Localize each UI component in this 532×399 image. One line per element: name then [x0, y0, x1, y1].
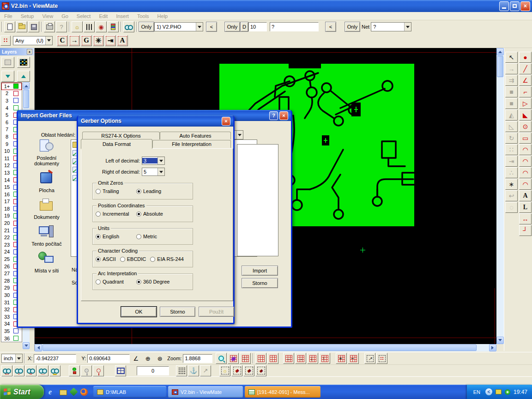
select-flash-button[interactable]: ☼ [219, 365, 230, 376]
radio-option-absolute[interactable]: Absolute [136, 211, 177, 217]
angle-readout-button[interactable]: ∠ [130, 353, 141, 364]
radio-icon[interactable] [150, 257, 155, 262]
flash-view-button[interactable]: ☼ [72, 21, 83, 32]
select-trace-button[interactable]: ◆ [243, 365, 254, 376]
pan-left-button[interactable]: ← [283, 353, 294, 364]
draw-arc-sweep-tool[interactable]: ◠ [519, 167, 532, 178]
layers-scroll-up-button[interactable] [23, 82, 30, 89]
start-button[interactable]: Start [0, 385, 44, 399]
draw-corner-tool[interactable]: ⌐ [519, 86, 532, 97]
select-cursor-tool[interactable]: ↖ [505, 52, 518, 63]
redraw-view-button[interactable] [255, 353, 266, 364]
layer-table-button[interactable] [17, 57, 30, 68]
minimize-button[interactable] [499, 1, 509, 11]
radio-icon[interactable] [136, 189, 141, 194]
layer-color-swatch[interactable] [13, 91, 18, 96]
x-coordinate-field[interactable]: -0.942237 [34, 354, 76, 363]
canvas-scroll-down-button[interactable] [496, 337, 504, 344]
snap-grid-button[interactable] [176, 365, 187, 376]
left-of-decimal-combo[interactable]: 3 [142, 157, 165, 165]
layer-color-swatch[interactable] [13, 98, 18, 103]
unit-combo[interactable]: inch [1, 354, 23, 363]
open-file-button[interactable] [16, 21, 27, 32]
tray-status-icon[interactable] [505, 389, 510, 395]
layer-row-3[interactable]: 3 [1, 97, 22, 104]
place-network[interactable]: Místa v síti [23, 251, 71, 273]
gerber-options-close-button[interactable]: × [222, 117, 230, 126]
tab-auto-features[interactable]: Auto Features [160, 132, 231, 139]
zoom-tool-button[interactable] [216, 353, 227, 364]
pan-up-button[interactable]: ↑ [319, 353, 330, 364]
menu-go[interactable]: Go [57, 13, 73, 19]
window-titlebar[interactable]: V2.bin - ViewMate × [0, 0, 532, 12]
draw-circle-tool[interactable]: ⊙ [519, 121, 532, 132]
layer-insert-button[interactable] [1, 57, 14, 68]
layer-colors-button[interactable] [108, 21, 119, 32]
unit-combo-arrow[interactable] [15, 354, 22, 363]
glasses-solid-button[interactable]: ▪▪ [25, 365, 36, 376]
layer-row-35[interactable]: 35 [1, 327, 22, 335]
context-help-button[interactable]: ? [56, 21, 67, 32]
select-pad-button[interactable]: ◆ [231, 365, 242, 376]
menu-setup[interactable]: Setup [17, 13, 38, 19]
draw-pad-tool[interactable]: ● [519, 52, 532, 63]
taskbar-task-msg[interactable]: [191-482-091] - Mess... [245, 386, 320, 398]
layer-row-1+[interactable]: 1+ [1, 83, 22, 90]
radio-icon[interactable] [96, 212, 101, 217]
radio-icon[interactable] [120, 257, 125, 262]
taskbar-task-folder[interactable]: D:\MLAB [93, 386, 166, 398]
text-mode-button[interactable]: A [117, 35, 128, 46]
menu-help[interactable]: Help [153, 13, 172, 19]
folder-quicklaunch-icon[interactable] [60, 390, 67, 395]
radio-option-trailing[interactable]: Trailing [96, 188, 136, 194]
step-repeat-tool[interactable]: ∴ [505, 167, 518, 178]
full-view-button[interactable] [267, 353, 278, 364]
tray-collapse-chevron[interactable]: < [485, 388, 492, 395]
layer-combo[interactable]: 1) V2.PHO [154, 22, 203, 31]
y-coordinate-field[interactable]: 0.690643 [87, 354, 130, 363]
components-mode-button[interactable]: C [57, 35, 68, 46]
selection-filter-button[interactable] [0, 36, 11, 46]
net-combo-arrow[interactable] [404, 23, 411, 31]
dcode-view-button[interactable]: ◉ [96, 21, 107, 32]
canvas-scroll-up-button[interactable] [496, 48, 504, 55]
copy-selection-tool[interactable]: ⇉ [505, 75, 518, 86]
canvas-hscroll-thumb[interactable] [42, 345, 477, 351]
radio-option-leading[interactable]: Leading [136, 188, 177, 194]
pan-right-button[interactable]: → [295, 353, 306, 364]
draw-spline-tool[interactable]: ▷ [519, 98, 532, 109]
glasses-dots-button[interactable]: ••• [1, 365, 12, 376]
prev-dcode-button[interactable]: < [325, 22, 336, 32]
menu-select[interactable]: Select [73, 13, 95, 19]
tab-rs274x-options[interactable]: RS274-X Options [82, 132, 160, 139]
layer-move-up-button[interactable] [17, 71, 30, 82]
ie-quicklaunch-icon[interactable]: e [48, 388, 56, 396]
move-layer-tool[interactable]: ⇥ [505, 156, 518, 167]
visibility-glasses-button[interactable] [123, 21, 134, 32]
select-via-button[interactable]: ◆ [255, 365, 266, 376]
radio-option-english[interactable]: English [96, 234, 136, 239]
import-dialog-help-button[interactable]: ? [269, 111, 278, 120]
radio-icon[interactable] [96, 234, 101, 239]
prev-layer-button[interactable]: < [206, 22, 217, 32]
draw-label-tool[interactable]: L [519, 202, 532, 213]
measure-tools-button[interactable] [84, 21, 95, 32]
import-button[interactable]: Import [242, 266, 278, 276]
canvas-vscroll-thumb[interactable] [497, 56, 503, 77]
layer-color-swatch[interactable] [13, 336, 18, 341]
draw-arc-tangent-tool[interactable]: ◠ [519, 179, 532, 190]
restore-button[interactable] [510, 1, 520, 11]
traces-mode-button[interactable]: ⇥ [105, 35, 116, 46]
menu-file[interactable]: File [0, 13, 17, 19]
left-of-decimal-arrow[interactable] [157, 157, 164, 164]
tray-notes-icon[interactable] [496, 389, 502, 394]
canvas-vertical-scrollbar[interactable] [496, 48, 504, 344]
layers-panel-header[interactable]: Layers x [0, 48, 34, 55]
draw-triangle-tool[interactable]: ◣ [519, 109, 532, 121]
layer-color-swatch[interactable] [13, 328, 18, 333]
rotate-tool[interactable]: ↻ [505, 133, 518, 144]
gerber-options-apply-button[interactable]: Použít [199, 307, 234, 317]
canvas-scroll-left-button[interactable] [35, 344, 42, 351]
mirror-tool[interactable]: ◭ [505, 109, 518, 121]
layers-panel-close-button[interactable]: x [27, 49, 32, 54]
